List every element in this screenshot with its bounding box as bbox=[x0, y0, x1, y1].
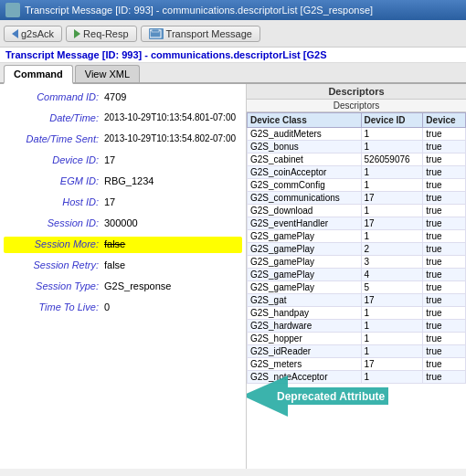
cell-device: true bbox=[423, 192, 466, 205]
table-row[interactable]: G2S_coinAcceptor1true bbox=[248, 166, 466, 179]
table-row[interactable]: G2S_communications17true bbox=[248, 192, 466, 205]
field-value-session-more: false bbox=[104, 237, 242, 251]
field-row-session-retry: Session Retry: false bbox=[4, 258, 242, 274]
table-row[interactable]: G2S_gamePlay4true bbox=[248, 269, 466, 281]
field-label-egm-id: EGM ID: bbox=[4, 174, 104, 188]
table-row[interactable]: G2S_meters17true bbox=[248, 358, 466, 371]
g2sack-button[interactable]: g2sAck bbox=[4, 26, 62, 42]
table-row[interactable]: G2S_eventHandler17true bbox=[248, 217, 466, 230]
cell-device: true bbox=[423, 153, 466, 166]
cell-device: true bbox=[423, 166, 466, 179]
cell-device-id: 1 bbox=[361, 333, 423, 345]
arrow-left-icon bbox=[12, 29, 18, 38]
cell-device: true bbox=[423, 294, 466, 307]
cell-device-class: G2S_bonus bbox=[248, 141, 362, 153]
table-row[interactable]: G2S_hardware1true bbox=[248, 320, 466, 333]
cell-device-id: 1 bbox=[361, 320, 423, 333]
col-header-device-id: Device ID bbox=[361, 113, 423, 128]
req-resp-label: Req-Resp bbox=[83, 28, 129, 39]
cell-device-class: G2S_commConfig bbox=[248, 179, 362, 192]
table-row[interactable]: G2S_gamePlay5true bbox=[248, 281, 466, 294]
cell-device-class: G2S_gamePlay bbox=[248, 269, 362, 281]
cell-device-class: G2S_handpay bbox=[248, 307, 362, 320]
cell-device-id: 1 bbox=[361, 345, 423, 358]
field-label-device-id: Device ID: bbox=[4, 153, 104, 167]
toolbar: g2sAck Req-Resp Transport Message bbox=[0, 20, 466, 48]
field-value-datetime: 2013-10-29T10:13:54.801-07:00 bbox=[104, 111, 242, 125]
cell-device: true bbox=[423, 205, 466, 217]
cell-device-class: G2S_gamePlay bbox=[248, 243, 362, 256]
table-row[interactable]: G2S_gamePlay3true bbox=[248, 256, 466, 269]
cell-device-id: 17 bbox=[361, 192, 423, 205]
table-row[interactable]: G2S_hopper1true bbox=[248, 333, 466, 345]
cell-device: true bbox=[423, 256, 466, 269]
descriptors-title: Descriptors bbox=[247, 84, 466, 100]
field-label-session-retry: Session Retry: bbox=[4, 258, 104, 272]
cell-device-class: G2S_meters bbox=[248, 358, 362, 371]
right-panel: Descriptors Descriptors Device Class Dev… bbox=[247, 84, 466, 469]
field-label-session-more: Session More: bbox=[4, 237, 104, 251]
field-row-time-to-live: Time To Live: 0 bbox=[4, 300, 242, 316]
tab-command[interactable]: Command bbox=[4, 65, 73, 84]
field-value-device-id: 17 bbox=[104, 153, 242, 167]
arrow-right-icon bbox=[74, 29, 80, 38]
field-value-session-id: 300000 bbox=[104, 216, 242, 230]
table-row[interactable]: G2S_cabinet526059076true bbox=[248, 153, 466, 166]
left-panel: Command ID: 4709 Date/Time: 2013-10-29T1… bbox=[0, 84, 247, 469]
field-label-host-id: Host ID: bbox=[4, 195, 104, 209]
table-row[interactable]: G2S_handpay1true bbox=[248, 307, 466, 320]
field-row-session-type: Session Type: G2S_response bbox=[4, 279, 242, 295]
field-row-egm-id: EGM ID: RBG_1234 bbox=[4, 174, 242, 190]
cell-device-class: G2S_gamePlay bbox=[248, 230, 362, 243]
table-row[interactable]: G2S_idReader1true bbox=[248, 345, 466, 358]
cell-device-id: 4 bbox=[361, 269, 423, 281]
cell-device: true bbox=[423, 358, 466, 371]
field-row-session-id: Session ID: 300000 bbox=[4, 216, 242, 232]
req-resp-button[interactable]: Req-Resp bbox=[66, 26, 137, 42]
cell-device-class: G2S_hopper bbox=[248, 333, 362, 345]
field-row-datetime-sent: Date/Time Sent: 2013-10-29T10:13:54.802-… bbox=[4, 132, 242, 148]
table-row[interactable]: G2S_auditMeters1true bbox=[248, 128, 466, 141]
table-row[interactable]: G2S_gamePlay2true bbox=[248, 243, 466, 256]
cell-device: true bbox=[423, 333, 466, 345]
transport-icon bbox=[149, 28, 164, 39]
cell-device-class: G2S_gamePlay bbox=[248, 281, 362, 294]
table-container[interactable]: Device Class Device ID Device G2S_auditM… bbox=[247, 112, 466, 469]
cell-device: true bbox=[423, 307, 466, 320]
cell-device: true bbox=[423, 243, 466, 256]
tab-view-xml[interactable]: View XML bbox=[75, 65, 140, 82]
cell-device: true bbox=[423, 141, 466, 153]
cell-device: true bbox=[423, 345, 466, 358]
col-header-device-class: Device Class bbox=[248, 113, 362, 128]
g2sack-label: g2sAck bbox=[21, 28, 54, 39]
col-header-device: Device bbox=[423, 113, 466, 128]
field-row-command-id: Command ID: 4709 bbox=[4, 90, 242, 106]
cell-device-class: G2S_gamePlay bbox=[248, 256, 362, 269]
cell-device-id: 3 bbox=[361, 256, 423, 269]
cell-device-id: 526059076 bbox=[361, 153, 423, 166]
cell-device: true bbox=[423, 230, 466, 243]
cell-device-id: 1 bbox=[361, 205, 423, 217]
transport-message-label: Transport Message bbox=[166, 28, 252, 39]
field-value-time-to-live: 0 bbox=[104, 300, 242, 314]
field-value-datetime-sent: 2013-10-29T10:13:54.802-07:00 bbox=[104, 132, 242, 146]
cell-device-class: G2S_auditMeters bbox=[248, 128, 362, 141]
cell-device-class: G2S_idReader bbox=[248, 345, 362, 358]
descriptors-subtitle: Descriptors bbox=[247, 100, 466, 112]
field-value-session-retry: false bbox=[104, 258, 242, 272]
cell-device-id: 1 bbox=[361, 371, 423, 384]
main-content: Command ID: 4709 Date/Time: 2013-10-29T1… bbox=[0, 84, 466, 469]
table-row[interactable]: G2S_bonus1true bbox=[248, 141, 466, 153]
cell-device-id: 1 bbox=[361, 141, 423, 153]
field-value-command-id: 4709 bbox=[104, 90, 242, 104]
table-row[interactable]: G2S_commConfig1true bbox=[248, 179, 466, 192]
subtitle-text: Transcript Message [ID: 993] - communica… bbox=[5, 49, 326, 60]
transport-message-button[interactable]: Transport Message bbox=[141, 26, 260, 42]
table-row[interactable]: G2S_download1true bbox=[248, 205, 466, 217]
svg-rect-1 bbox=[152, 29, 159, 32]
table-row[interactable]: G2S_gat17true bbox=[248, 294, 466, 307]
table-row[interactable]: G2S_noteAcceptor1true bbox=[248, 371, 466, 384]
cell-device: true bbox=[423, 281, 466, 294]
table-row[interactable]: G2S_gamePlay1true bbox=[248, 230, 466, 243]
cell-device: true bbox=[423, 179, 466, 192]
